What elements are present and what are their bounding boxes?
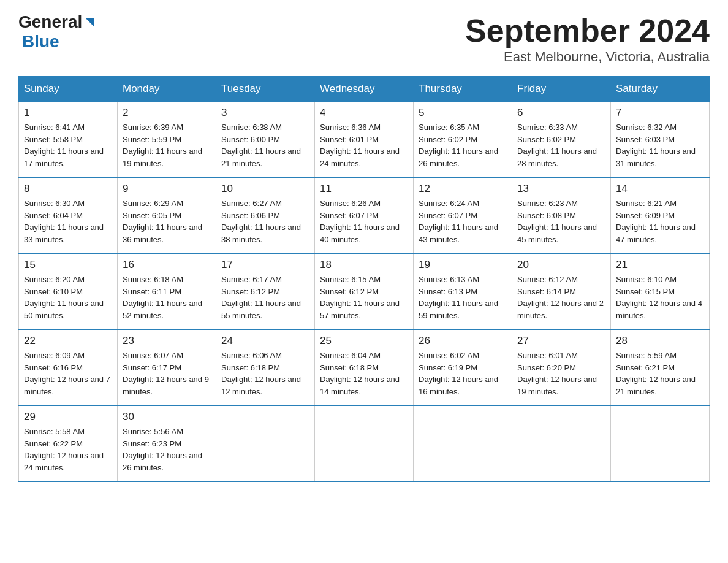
day-info: Sunrise: 6:41 AMSunset: 5:58 PMDaylight:… [24,121,112,169]
day-info: Sunrise: 6:12 AMSunset: 6:14 PMDaylight:… [517,274,605,321]
day-info: Sunrise: 6:13 AMSunset: 6:13 PMDaylight:… [419,274,507,321]
calendar-cell: 13 Sunrise: 6:23 AMSunset: 6:08 PMDaylig… [512,177,611,253]
calendar-cell: 12 Sunrise: 6:24 AMSunset: 6:07 PMDaylig… [414,177,512,253]
day-number: 22 [24,335,112,347]
day-number: 10 [221,183,309,195]
calendar-cell [216,405,315,481]
day-number: 2 [123,107,211,119]
day-info: Sunrise: 5:56 AMSunset: 6:23 PMDaylight:… [123,426,211,473]
page-subtitle: East Melbourne, Victoria, Australia [465,49,710,65]
calendar-cell: 17 Sunrise: 6:17 AMSunset: 6:12 PMDaylig… [216,253,315,329]
day-info: Sunrise: 6:27 AMSunset: 6:06 PMDaylight:… [221,197,309,245]
day-info: Sunrise: 6:09 AMSunset: 6:16 PMDaylight:… [24,350,112,397]
day-number: 4 [320,107,408,119]
day-number: 11 [320,183,408,195]
day-number: 16 [123,259,211,271]
day-info: Sunrise: 6:04 AMSunset: 6:18 PMDaylight:… [320,350,408,397]
day-number: 29 [24,411,112,423]
calendar-cell: 29 Sunrise: 5:58 AMSunset: 6:22 PMDaylig… [19,405,118,481]
calendar-cell [512,405,611,481]
day-info: Sunrise: 6:35 AMSunset: 6:02 PMDaylight:… [419,121,507,169]
calendar-cell [414,405,512,481]
day-info: Sunrise: 6:06 AMSunset: 6:18 PMDaylight:… [221,350,309,397]
calendar-cell: 8 Sunrise: 6:30 AMSunset: 6:04 PMDayligh… [19,177,118,253]
day-info: Sunrise: 6:36 AMSunset: 6:01 PMDaylight:… [320,121,408,169]
day-info: Sunrise: 6:01 AMSunset: 6:20 PMDaylight:… [517,350,605,397]
calendar-cell: 10 Sunrise: 6:27 AMSunset: 6:06 PMDaylig… [216,177,315,253]
day-number: 24 [221,335,309,347]
page-header: General Blue September 2024 East Melbour… [18,12,710,65]
calendar-cell: 15 Sunrise: 6:20 AMSunset: 6:10 PMDaylig… [19,253,118,329]
calendar-cell: 19 Sunrise: 6:13 AMSunset: 6:13 PMDaylig… [414,253,512,329]
day-info: Sunrise: 6:18 AMSunset: 6:11 PMDaylight:… [123,274,211,321]
day-number: 19 [419,259,507,271]
day-info: Sunrise: 6:07 AMSunset: 6:17 PMDaylight:… [123,350,211,397]
header-tuesday: Tuesday [216,77,315,102]
calendar-cell [315,405,414,481]
day-number: 6 [517,107,605,119]
day-info: Sunrise: 6:15 AMSunset: 6:12 PMDaylight:… [320,274,408,321]
calendar-cell: 11 Sunrise: 6:26 AMSunset: 6:07 PMDaylig… [315,177,414,253]
header-friday: Friday [512,77,611,102]
day-number: 14 [616,183,704,195]
day-number: 7 [616,107,704,119]
day-info: Sunrise: 6:17 AMSunset: 6:12 PMDaylight:… [221,274,309,321]
calendar-cell: 6 Sunrise: 6:33 AMSunset: 6:02 PMDayligh… [512,102,611,178]
day-info: Sunrise: 6:32 AMSunset: 6:03 PMDaylight:… [616,121,704,169]
header-thursday: Thursday [414,77,512,102]
day-number: 8 [24,183,112,195]
calendar-cell: 22 Sunrise: 6:09 AMSunset: 6:16 PMDaylig… [19,329,118,405]
day-info: Sunrise: 6:24 AMSunset: 6:07 PMDaylight:… [419,197,507,245]
calendar-cell: 4 Sunrise: 6:36 AMSunset: 6:01 PMDayligh… [315,102,414,178]
calendar-cell: 16 Sunrise: 6:18 AMSunset: 6:11 PMDaylig… [118,253,216,329]
calendar-cell: 26 Sunrise: 6:02 AMSunset: 6:19 PMDaylig… [414,329,512,405]
day-number: 25 [320,335,408,347]
calendar-cell: 20 Sunrise: 6:12 AMSunset: 6:14 PMDaylig… [512,253,611,329]
day-number: 17 [221,259,309,271]
day-info: Sunrise: 6:23 AMSunset: 6:08 PMDaylight:… [517,197,605,245]
calendar-cell: 27 Sunrise: 6:01 AMSunset: 6:20 PMDaylig… [512,329,611,405]
calendar-cell: 24 Sunrise: 6:06 AMSunset: 6:18 PMDaylig… [216,329,315,405]
day-info: Sunrise: 6:33 AMSunset: 6:02 PMDaylight:… [517,121,605,169]
logo-blue-text: Blue [22,32,59,52]
calendar-week-row: 8 Sunrise: 6:30 AMSunset: 6:04 PMDayligh… [19,177,710,253]
day-info: Sunrise: 6:02 AMSunset: 6:19 PMDaylight:… [419,350,507,397]
day-number: 21 [616,259,704,271]
day-number: 13 [517,183,605,195]
day-number: 20 [517,259,605,271]
day-number: 18 [320,259,408,271]
header-sunday: Sunday [19,77,118,102]
day-number: 3 [221,107,309,119]
day-number: 26 [419,335,507,347]
day-info: Sunrise: 5:59 AMSunset: 6:21 PMDaylight:… [616,350,704,397]
day-number: 28 [616,335,704,347]
calendar-cell: 21 Sunrise: 6:10 AMSunset: 6:15 PMDaylig… [611,253,710,329]
calendar-cell: 23 Sunrise: 6:07 AMSunset: 6:17 PMDaylig… [118,329,216,405]
calendar-week-row: 29 Sunrise: 5:58 AMSunset: 6:22 PMDaylig… [19,405,710,481]
calendar-week-row: 22 Sunrise: 6:09 AMSunset: 6:16 PMDaylig… [19,329,710,405]
header-monday: Monday [118,77,216,102]
calendar-cell: 5 Sunrise: 6:35 AMSunset: 6:02 PMDayligh… [414,102,512,178]
calendar-cell: 14 Sunrise: 6:21 AMSunset: 6:09 PMDaylig… [611,177,710,253]
day-number: 30 [123,411,211,423]
day-info: Sunrise: 6:39 AMSunset: 5:59 PMDaylight:… [123,121,211,169]
calendar-cell: 18 Sunrise: 6:15 AMSunset: 6:12 PMDaylig… [315,253,414,329]
header-saturday: Saturday [611,77,710,102]
page-title: September 2024 [465,12,710,49]
calendar-cell: 30 Sunrise: 5:56 AMSunset: 6:23 PMDaylig… [118,405,216,481]
calendar-week-row: 1 Sunrise: 6:41 AMSunset: 5:58 PMDayligh… [19,102,710,178]
calendar-cell: 2 Sunrise: 6:39 AMSunset: 5:59 PMDayligh… [118,102,216,178]
logo-triangle-icon [83,16,97,29]
day-number: 5 [419,107,507,119]
calendar-cell: 3 Sunrise: 6:38 AMSunset: 6:00 PMDayligh… [216,102,315,178]
day-number: 23 [123,335,211,347]
day-info: Sunrise: 6:29 AMSunset: 6:05 PMDaylight:… [123,197,211,245]
calendar-header-row: SundayMondayTuesdayWednesdayThursdayFrid… [19,77,710,102]
day-info: Sunrise: 6:38 AMSunset: 6:00 PMDaylight:… [221,121,309,169]
day-number: 15 [24,259,112,271]
day-number: 12 [419,183,507,195]
calendar-cell [611,405,710,481]
day-info: Sunrise: 6:21 AMSunset: 6:09 PMDaylight:… [616,197,704,245]
calendar-cell: 7 Sunrise: 6:32 AMSunset: 6:03 PMDayligh… [611,102,710,178]
calendar-table: SundayMondayTuesdayWednesdayThursdayFrid… [18,76,710,482]
